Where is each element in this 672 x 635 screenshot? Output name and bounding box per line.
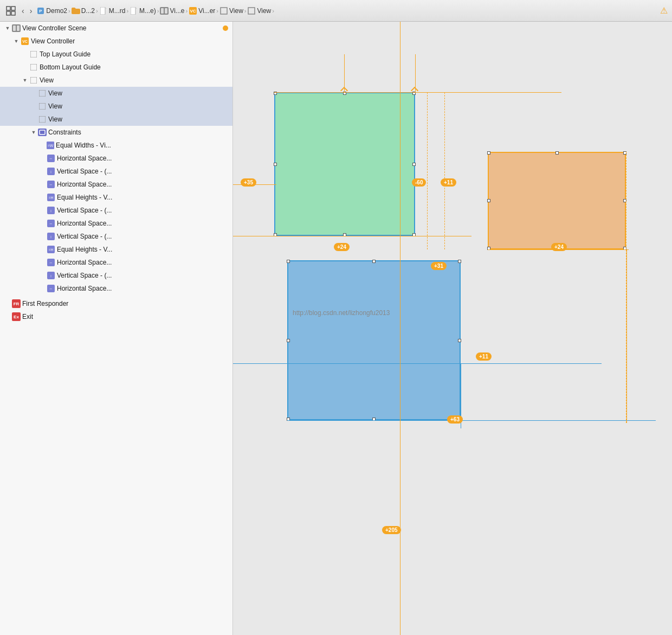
leaf-c10 (39, 272, 46, 279)
constraint-label-6: Horizontal Space... (57, 220, 112, 227)
breadcrumb-vier[interactable]: VC Vi...er (189, 7, 215, 15)
sidebar-item-bottom-layout[interactable]: Bottom Layout Guide (0, 61, 232, 74)
svg-rect-22 (30, 77, 37, 84)
breadcrumb-d2[interactable]: D...2 (72, 7, 95, 15)
sidebar-item-view2[interactable]: View (0, 100, 232, 113)
vert-space-icon-2: ↕ (47, 206, 55, 215)
orange-view[interactable] (488, 152, 626, 249)
badge-205: +205 (382, 526, 401, 534)
grid-icon[interactable] (4, 4, 17, 17)
svg-rect-6 (100, 7, 105, 15)
breadcrumb-me[interactable]: M...e) (130, 7, 156, 15)
svg-rect-21 (30, 64, 37, 70)
constraint-item-8[interactable]: =H Equal Heights - V... (0, 243, 232, 256)
svg-text:=H: =H (48, 248, 53, 252)
constraint-label-4: Equal Heights - V... (57, 194, 112, 201)
view2-icon (247, 7, 256, 15)
view1-icon (219, 7, 228, 15)
constraint-item-1[interactable]: ↔ Horizontal Space... (0, 152, 232, 165)
warning-icon[interactable]: ⚠ (660, 5, 668, 16)
svg-rect-7 (131, 7, 135, 15)
constraint-label-3: Horizontal Space... (57, 181, 112, 188)
svg-text:↔: ↔ (49, 261, 53, 265)
constraint-item-0[interactable]: =W Equal Widths - Vi... (0, 139, 232, 152)
svg-rect-3 (11, 11, 15, 15)
nav-forward-button[interactable]: › (28, 5, 35, 16)
first-responder-label: First Responder (22, 300, 68, 307)
horiz-space-icon-5: ↔ (47, 284, 55, 293)
main-layout: View Controller Scene VC View Controller… (0, 22, 672, 635)
breadcrumb-view1[interactable]: View (219, 7, 243, 15)
constraint-item-7[interactable]: ↕ Vertical Space - (... (0, 230, 232, 243)
canvas[interactable]: +35 -60 +11 +24 +31 +24 +11 +63 +205 htt… (233, 22, 672, 635)
nav-back-button[interactable]: ‹ (20, 5, 27, 16)
constraint-label-0: Equal Widths - Vi... (56, 142, 111, 149)
constraint-item-9[interactable]: ↔ Horizontal Space... (0, 256, 232, 269)
sidebar-item-top-layout[interactable]: Top Layout Guide (0, 48, 232, 61)
sidebar-item-view-parent[interactable]: View (0, 74, 232, 87)
blue-corner-mr (458, 339, 461, 342)
green-view[interactable] (274, 92, 415, 236)
view-parent-icon (29, 76, 38, 85)
viewctrl-label: View Controller (31, 37, 75, 45)
constraint-item-5[interactable]: ↕ Vertical Space - (... (0, 204, 232, 217)
constraint-item-4[interactable]: =H Equal Heights - V... (0, 191, 232, 204)
leaf-c3 (39, 181, 46, 188)
exit-label: Exit (22, 313, 33, 320)
sidebar-item-viewctrl[interactable]: VC View Controller (0, 35, 232, 48)
svg-rect-17 (17, 25, 20, 31)
sidebar-item-constraints[interactable]: Constraints (0, 126, 232, 139)
svg-rect-14 (248, 8, 255, 14)
breadcrumb-demo2[interactable]: P Demo2 (36, 7, 67, 15)
badge-24b: +24 (551, 243, 567, 251)
arrow-view-parent (22, 77, 28, 84)
corner-ml (274, 163, 277, 166)
constraint-label-11: Horizontal Space... (57, 285, 112, 292)
svg-rect-0 (7, 7, 10, 10)
svg-text:=W: =W (48, 144, 54, 147)
constraint-item-2[interactable]: ↕ Vertical Space - (... (0, 165, 232, 178)
svg-rect-20 (30, 51, 37, 57)
folder-icon (72, 7, 80, 15)
sep8: › (272, 8, 274, 14)
badge-35: +35 (241, 178, 256, 187)
breadcrumb-label: Demo2 (46, 7, 67, 15)
constraint-item-3[interactable]: ↔ Horizontal Space... (0, 178, 232, 191)
sep5: › (186, 8, 188, 14)
horiz-space-icon-4: ↔ (47, 258, 55, 267)
constraint-label-10: Vertical Space - (... (57, 272, 112, 279)
blue-corner-tc (372, 260, 376, 263)
toolbar: ‹ › P Demo2 › D...2 › M...rd › (0, 0, 672, 22)
vert-space-icon-4: ↕ (47, 271, 55, 280)
sidebar-item-vc-scene[interactable]: View Controller Scene (0, 22, 232, 35)
leaf-fr (4, 300, 11, 307)
exit-icon: Ex (12, 312, 21, 321)
sidebar-item-first-responder[interactable]: FR First Responder (0, 297, 232, 310)
svg-rect-13 (221, 8, 227, 14)
svg-text:↕: ↕ (50, 274, 52, 278)
constraint-item-10[interactable]: ↕ Vertical Space - (... (0, 269, 232, 282)
sidebar-item-exit[interactable]: Ex Exit (0, 310, 232, 323)
breadcrumb-view2[interactable]: View (247, 7, 271, 15)
breadcrumb-mrd[interactable]: M...rd (99, 7, 126, 15)
sidebar-item-view1[interactable]: View (0, 87, 232, 100)
blue-view[interactable] (287, 260, 461, 420)
leaf4 (30, 103, 37, 110)
svg-rect-10 (165, 8, 167, 14)
constraint-item-11[interactable]: ↔ Horizontal Space... (0, 282, 232, 295)
leaf5 (30, 116, 37, 123)
constraint-item-6[interactable]: ↔ Horizontal Space... (0, 217, 232, 230)
breadcrumb: P Demo2 › D...2 › M...rd › M...e) › (36, 7, 274, 15)
leaf-c5 (39, 207, 46, 214)
leaf-exit (4, 313, 11, 320)
arrow-vc-scene (4, 25, 11, 31)
sidebar-item-view3[interactable]: View (0, 113, 232, 126)
breadcrumb-label: M...rd (109, 7, 126, 15)
breadcrumb-label: View (257, 7, 271, 15)
leaf-c4 (39, 194, 46, 201)
svg-rect-2 (7, 11, 10, 15)
leaf-c2 (39, 168, 46, 175)
sep2: › (96, 8, 98, 14)
breadcrumb-vie[interactable]: Vi...e (160, 7, 184, 15)
view2-tree-icon (38, 102, 47, 111)
